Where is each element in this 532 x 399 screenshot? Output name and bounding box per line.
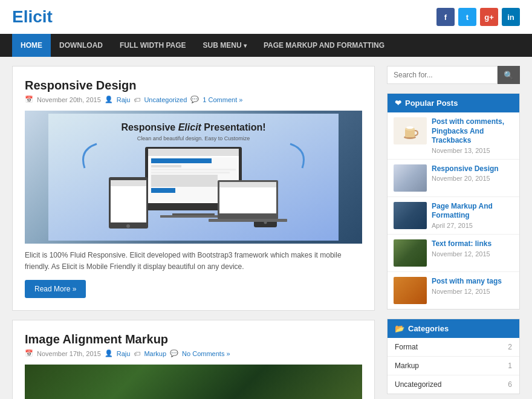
popular-post-info-2: Responsive Design November 20, 2015 <box>432 164 513 183</box>
post-title-1: Responsive Design <box>25 79 362 92</box>
search-input[interactable] <box>387 66 498 84</box>
svg-rect-6 <box>148 149 239 156</box>
category-name-uncategorized[interactable]: Uncategorized <box>395 380 441 389</box>
calendar-icon-1: 📅 <box>25 96 33 103</box>
read-more-button-1[interactable]: Read More » <box>25 280 86 298</box>
post-comments-1[interactable]: 1 Comment » <box>203 96 242 103</box>
nav-item-submenu[interactable]: SUB MENU ▾ <box>195 34 255 57</box>
post-image-inner: Responsive Elicit Presentation! Clean an… <box>25 111 362 244</box>
linkedin-icon[interactable]: in <box>502 8 520 26</box>
svg-rect-17 <box>111 180 146 222</box>
twitter-icon[interactable]: t <box>458 8 476 26</box>
popular-post-title-3[interactable]: Page Markup And Formatting <box>432 202 513 221</box>
popular-post-title-5[interactable]: Post with many tags <box>432 277 513 287</box>
popular-post-info-1: Post with comments, Pingbacks And Trackb… <box>432 117 513 154</box>
post-excerpt-1: Elicit is 100% Fluid Responsive. Elicit … <box>25 250 362 273</box>
cup-svg <box>400 120 421 141</box>
nav-item-fullwidth[interactable]: FULL WIDTH PAGE <box>111 34 195 57</box>
svg-point-19 <box>126 224 130 228</box>
svg-rect-25 <box>219 182 276 187</box>
author-icon-1: 👤 <box>105 96 113 103</box>
popular-post-date-4: November 12, 2015 <box>432 250 513 258</box>
post-category-1[interactable]: Uncategorized <box>144 96 187 103</box>
author-icon-2: 👤 <box>105 349 113 357</box>
svg-rect-8 <box>160 215 227 218</box>
svg-rect-12 <box>151 169 236 170</box>
category-item-format: Format 2 <box>388 338 519 357</box>
post-date-1: November 20th, 2015 <box>37 96 101 103</box>
post-meta-1: 📅 November 20th, 2015 👤 Raju 🏷 Uncategor… <box>25 96 362 103</box>
popular-posts-title: ❤ Popular Posts <box>388 94 519 112</box>
popular-post-item-4: Text format: links November 12, 2015 <box>388 235 519 272</box>
popular-post-date-2: November 20, 2015 <box>432 175 513 182</box>
category-name-markup[interactable]: Markup <box>395 362 419 370</box>
main-nav: HOME DOWNLOAD FULL WIDTH PAGE SUB MENU ▾… <box>0 34 532 57</box>
popular-thumb-2 <box>394 164 427 192</box>
post-responsive-design: Responsive Design 📅 November 20th, 2015 … <box>12 66 375 311</box>
post-title-2: Image Alignment Markup <box>25 332 362 346</box>
popular-post-title-1[interactable]: Post with comments, Pingbacks And Trackb… <box>432 117 513 146</box>
popular-post-title-4[interactable]: Text format: links <box>432 239 513 249</box>
responsive-illustration: Responsive Elicit Presentation! Clean an… <box>48 114 339 241</box>
categories-widget: 📂 Categories Format 2 Markup 1 Uncategor… <box>387 319 520 394</box>
popular-post-date-3: April 27, 2015 <box>432 222 513 229</box>
category-name-format[interactable]: Format <box>395 343 418 351</box>
category-count-format: 2 <box>508 343 512 351</box>
page-container: Responsive Design 📅 November 20th, 2015 … <box>0 57 532 399</box>
popular-post-item-3: Page Markup And Formatting April 27, 201… <box>388 197 519 235</box>
post-author-1[interactable]: Raju <box>117 96 131 103</box>
popular-thumb-1 <box>394 117 427 144</box>
site-header: Elicit f t g+ in <box>0 0 532 34</box>
search-button[interactable]: 🔍 <box>498 66 520 84</box>
nav-item-download[interactable]: DOWNLOAD <box>51 34 111 57</box>
category-item-uncategorized: Uncategorized 6 <box>388 375 519 394</box>
svg-text:Clean and beautiful design. Ea: Clean and beautiful design. Easy to Cust… <box>137 135 250 141</box>
post-category-2[interactable]: Markup <box>144 350 166 357</box>
facebook-icon[interactable]: f <box>436 8 455 26</box>
post-image-2 <box>25 365 362 399</box>
social-icons: f t g+ in <box>436 8 520 26</box>
nav-item-pagemarkup[interactable]: PAGE MARKUP AND FORMATTING <box>255 34 393 57</box>
category-item-markup: Markup 1 <box>388 357 519 375</box>
popular-post-date-5: November 12, 2015 <box>432 288 513 295</box>
popular-thumb-4 <box>394 239 427 267</box>
post-meta-2: 📅 November 17th, 2015 👤 Raju 🏷 Markup 💬 … <box>25 349 362 357</box>
popular-post-info-4: Text format: links November 12, 2015 <box>432 239 513 258</box>
svg-rect-15 <box>151 188 175 193</box>
popular-post-info-5: Post with many tags November 12, 2015 <box>432 277 513 295</box>
categories-title: 📂 Categories <box>388 319 519 338</box>
popular-post-title-2[interactable]: Responsive Design <box>432 164 513 174</box>
svg-text:Responsive Elicit Presentation: Responsive Elicit Presentation! <box>121 122 265 132</box>
svg-rect-18 <box>111 180 146 186</box>
popular-posts-widget: ❤ Popular Posts Post with comments, Ping… <box>387 93 520 310</box>
post-image-alignment: Image Alignment Markup 📅 November 17th, … <box>12 320 375 399</box>
popular-post-item-5: Post with many tags November 12, 2015 <box>388 272 519 309</box>
category-icon-2: 🏷 <box>134 350 140 357</box>
svg-point-30 <box>406 126 414 129</box>
svg-rect-10 <box>151 158 212 163</box>
popular-post-date-1: November 13, 2015 <box>432 147 513 154</box>
popular-post-item-2: Responsive Design November 20, 2015 <box>388 160 519 197</box>
comment-icon-1: 💬 <box>190 96 199 103</box>
calendar-icon-2: 📅 <box>25 349 33 357</box>
popular-post-item-1: Post with comments, Pingbacks And Trackb… <box>388 112 519 160</box>
svg-rect-14 <box>151 175 218 187</box>
heart-icon: ❤ <box>395 99 401 108</box>
post-date-2: November 17th, 2015 <box>37 350 101 357</box>
sidebar: 🔍 ❤ Popular Posts Post <box>387 66 520 399</box>
main-content: Responsive Design 📅 November 20th, 2015 … <box>12 66 375 399</box>
comment-icon-2: 💬 <box>170 349 178 357</box>
popular-thumb-3 <box>394 202 427 229</box>
post-author-2[interactable]: Raju <box>117 350 131 357</box>
googleplus-icon[interactable]: g+ <box>480 8 498 26</box>
category-count-uncategorized: 6 <box>508 380 512 389</box>
category-count-markup: 1 <box>508 362 512 370</box>
popular-thumb-5 <box>394 277 427 304</box>
post-comments-2[interactable]: No Comments » <box>182 350 230 357</box>
category-icon-1: 🏷 <box>134 96 140 103</box>
nav-item-home[interactable]: HOME <box>12 34 51 57</box>
svg-rect-13 <box>151 172 230 174</box>
popular-post-info-3: Page Markup And Formatting April 27, 201… <box>432 202 513 229</box>
svg-rect-11 <box>151 165 181 167</box>
site-title: Elicit <box>12 7 53 27</box>
